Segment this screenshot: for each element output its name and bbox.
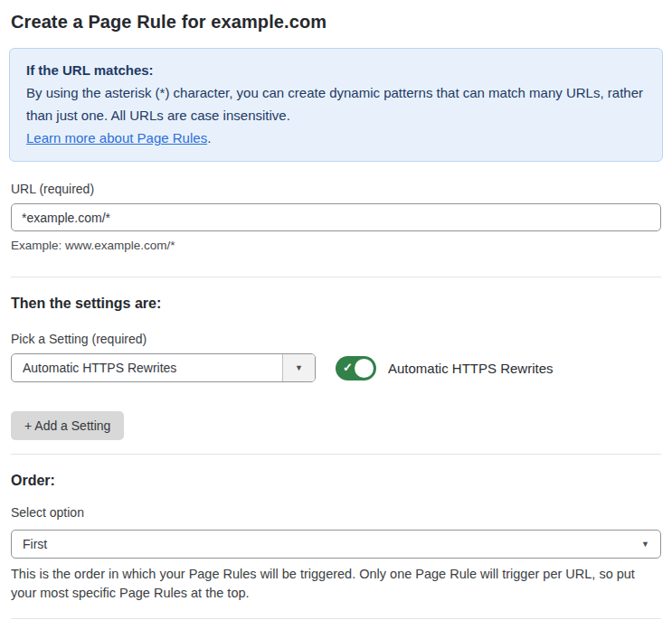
link-suffix: . <box>207 130 211 146</box>
url-matches-info-box: If the URL matches: By using the asteris… <box>9 48 663 162</box>
footer-divider <box>11 618 661 619</box>
order-select[interactable]: First ▼ <box>11 530 661 559</box>
select-option-label: Select option <box>11 505 661 520</box>
setting-select[interactable]: Automatic HTTPS Rewrites ▼ <box>11 353 316 382</box>
order-helper-text: This is the order in which your Page Rul… <box>11 565 661 603</box>
info-box-body: By using the asterisk (*) character, you… <box>26 81 646 127</box>
toggle-knob <box>355 359 374 378</box>
check-icon: ✓ <box>343 361 353 374</box>
create-page-rule-panel: Create a Page Rule for example.com If th… <box>0 0 672 620</box>
automatic-https-rewrites-toggle[interactable]: ✓ <box>336 356 376 380</box>
page-title: Create a Page Rule for example.com <box>11 12 661 33</box>
url-input[interactable] <box>11 203 661 231</box>
chevron-down-icon: ▼ <box>295 364 303 372</box>
url-helper-text: Example: www.example.com/* <box>11 239 661 252</box>
learn-more-link[interactable]: Learn more about Page Rules <box>26 130 207 146</box>
setting-select-button[interactable]: ▼ <box>282 354 315 381</box>
pick-setting-label: Pick a Setting (required) <box>11 332 661 346</box>
info-box-link-line: Learn more about Page Rules. <box>26 127 646 149</box>
section-divider-2 <box>11 454 661 455</box>
setting-row: Automatic HTTPS Rewrites ▼ ✓ Automatic H… <box>11 353 661 382</box>
toggle-label: Automatic HTTPS Rewrites <box>388 361 554 376</box>
url-field-label: URL (required) <box>11 182 661 196</box>
chevron-down-icon: ▼ <box>641 540 649 549</box>
toggle-group: ✓ Automatic HTTPS Rewrites <box>336 356 554 380</box>
order-select-value: First <box>23 537 47 551</box>
settings-section-heading: Then the settings are: <box>11 296 661 312</box>
info-box-heading: If the URL matches: <box>26 59 646 81</box>
order-section-heading: Order: <box>11 473 661 489</box>
add-setting-button[interactable]: + Add a Setting <box>11 411 124 440</box>
setting-select-value: Automatic HTTPS Rewrites <box>12 354 282 381</box>
section-divider <box>11 277 661 277</box>
